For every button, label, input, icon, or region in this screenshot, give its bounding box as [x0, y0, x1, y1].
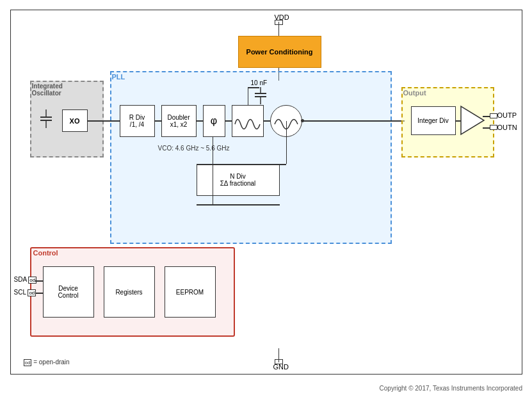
output-label: Output — [403, 89, 426, 97]
phi-lpf-line — [225, 120, 232, 122]
xo-rdiv-line — [88, 120, 120, 122]
outn-line — [483, 127, 490, 129]
eeprom-label: EEPROM — [176, 289, 204, 296]
ndiv-block: N Div ΣΔ fractional — [197, 164, 280, 196]
doubler-block: Doubler x1, x2 — [161, 105, 197, 137]
outn-connector — [490, 125, 497, 130]
vdd-line — [278, 22, 280, 36]
outp-label: OUTP — [497, 111, 517, 119]
phi-label: φ — [211, 115, 217, 127]
lpf-vco-line — [264, 120, 270, 122]
copyright-text: Copyright © 2017, Texas Instruments Inco… — [380, 385, 522, 392]
doubler-label: Doubler x1, x2 — [167, 114, 189, 128]
sda-ctrl-hline — [35, 280, 43, 282]
sda-label: SDA od — [14, 276, 37, 284]
gnd-line — [278, 348, 280, 362]
oscillator-label: Integrated Oscillator — [32, 83, 63, 97]
vco-ndiv-hline2 — [280, 164, 286, 165]
xo-block: XO — [62, 109, 88, 132]
pll-label: PLL — [112, 73, 125, 81]
device-control-block: Device Control — [43, 266, 94, 318]
scl-label: SCL od — [14, 289, 36, 296]
outn-label: OUTN — [497, 124, 517, 131]
doubler-phi-line — [197, 120, 203, 122]
outp-connector — [490, 113, 497, 118]
ndiv-phi-bottom — [197, 204, 280, 206]
vco-output-line — [302, 120, 405, 122]
buffer-triangle — [461, 106, 487, 134]
rdiv-label: R Div /1, /4 — [129, 114, 145, 128]
power-conditioning-block: Power Conditioning — [238, 36, 321, 68]
capacitor-symbol — [38, 109, 54, 132]
registers-label: Registers — [115, 289, 142, 296]
ndiv-phi-vline — [213, 164, 214, 206]
ndiv-label: N Div — [230, 173, 245, 180]
eeprom-block: EEPROM — [165, 266, 216, 318]
pll-block — [110, 71, 392, 244]
vdd-label: VDD — [275, 13, 289, 21]
gnd-label: GND — [273, 363, 289, 371]
lpf-svg — [234, 111, 262, 131]
registers-block: Registers — [104, 266, 155, 318]
legend: od = open-drain — [24, 359, 70, 366]
control-label: Control — [33, 249, 58, 257]
xo-label: XO — [70, 117, 80, 125]
vco-range-label: VCO: 4.6 GHz ~ 5.6 GHz — [158, 145, 230, 152]
rdiv-doubler-line — [155, 120, 161, 122]
device-control-label: Device Control — [58, 285, 78, 299]
rdiv-block: R Div /1, /4 — [120, 105, 155, 137]
cap-top-hline — [248, 87, 259, 88]
scl-ctrl-hline — [35, 293, 43, 294]
cap-10nf-label: 10 nF — [251, 79, 268, 86]
svg-marker-8 — [461, 106, 484, 134]
phase-detector-block: φ — [203, 105, 225, 137]
legend-text: = open-drain — [33, 359, 69, 366]
ndiv-sublabel: ΣΔ fractional — [220, 180, 256, 187]
outp-line — [483, 116, 490, 117]
diagram-container: VDD Power Conditioning PLL Integrated Os… — [10, 10, 522, 375]
cap-10nf-symbol — [253, 87, 269, 105]
legend-od-badge: od — [24, 359, 32, 366]
power-conditioning-label: Power Conditioning — [246, 48, 313, 56]
lpf-block — [232, 105, 264, 137]
phi-bottom-vline — [213, 136, 214, 164]
cap-top-line — [248, 87, 249, 105]
vco-ndiv-vline — [286, 121, 287, 164]
integer-div-label: Integer Div — [417, 117, 448, 124]
integer-div-block: Integer Div — [411, 106, 456, 135]
ndiv-top-hline — [197, 164, 280, 165]
